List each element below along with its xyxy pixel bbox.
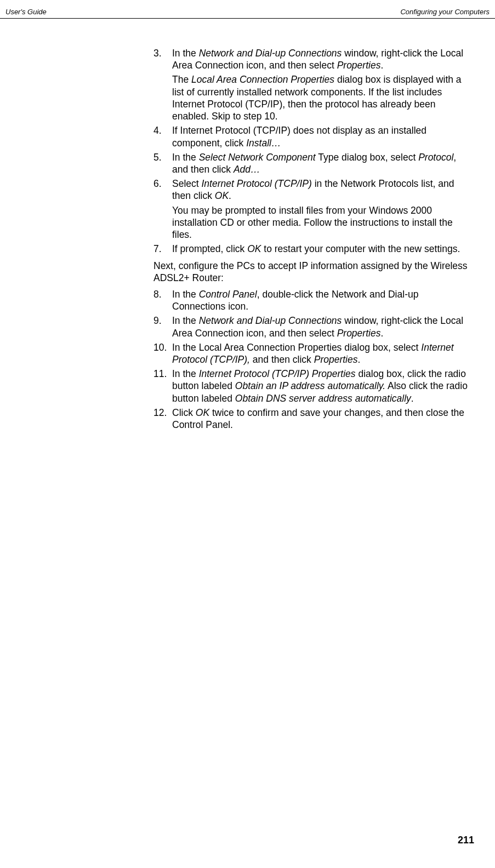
step-number: 6.: [153, 178, 172, 202]
content-area: 3. In the Network and Dial-up Connection…: [0, 19, 477, 431]
step-9: 9. In the Network and Dial-up Connection…: [153, 315, 471, 339]
page-header: User's Guide Configuring your Computers: [0, 0, 495, 19]
step-number: 10.: [153, 341, 172, 366]
step-text: In the Select Network Component Type dia…: [172, 151, 471, 175]
step-number: 8.: [153, 288, 172, 312]
step-number: 12.: [153, 407, 172, 431]
step-text: If prompted, click OK to restart your co…: [172, 243, 471, 255]
step-8: 8. In the Control Panel, double-click th…: [153, 288, 471, 312]
step-text: Select Internet Protocol (TCP/IP) in the…: [172, 178, 471, 202]
step-text: If Internet Protocol (TCP/IP) does not d…: [172, 124, 471, 149]
step-10: 10. In the Local Area Connection Propert…: [153, 341, 471, 366]
step-text: Click OK twice to confirm and save your …: [172, 407, 471, 431]
step-text: In the Network and Dial-up Connections w…: [172, 47, 471, 71]
step-number: 5.: [153, 151, 172, 175]
step-text: In the Network and Dial-up Connections w…: [172, 315, 471, 339]
mid-paragraph: Next, configure the PCs to accept IP inf…: [153, 260, 471, 284]
step-3: 3. In the Network and Dial-up Connection…: [153, 47, 471, 71]
step-number: 3.: [153, 47, 172, 71]
step-6: 6. Select Internet Protocol (TCP/IP) in …: [153, 178, 471, 202]
step-number: 4.: [153, 124, 172, 149]
step-number: 11.: [153, 368, 172, 404]
header-left: User's Guide: [5, 8, 47, 16]
step-12: 12. Click OK twice to confirm and save y…: [153, 407, 471, 431]
step-5: 5. In the Select Network Component Type …: [153, 151, 471, 175]
step-6-sub: You may be prompted to install files fro…: [172, 204, 471, 241]
step-text: In the Local Area Connection Properties …: [172, 341, 471, 366]
step-text: In the Control Panel, double-click the N…: [172, 288, 471, 312]
page-number: 211: [458, 835, 474, 846]
step-3-sub: The Local Area Connection Properties dia…: [172, 73, 471, 122]
step-4: 4. If Internet Protocol (TCP/IP) does no…: [153, 124, 471, 149]
step-text: In the Internet Protocol (TCP/IP) Proper…: [172, 368, 471, 404]
step-7: 7. If prompted, click OK to restart your…: [153, 243, 471, 255]
step-number: 9.: [153, 315, 172, 339]
step-number: 7.: [153, 243, 172, 255]
header-right: Configuring your Computers: [400, 8, 490, 16]
step-11: 11. In the Internet Protocol (TCP/IP) Pr…: [153, 368, 471, 404]
